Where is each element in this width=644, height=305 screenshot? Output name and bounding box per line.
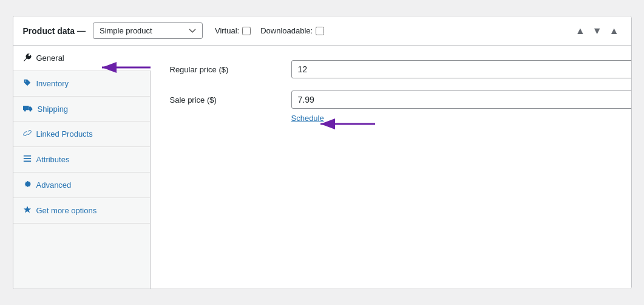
- sidebar-item-attributes-label: Attributes: [36, 155, 70, 164]
- main-content: Regular price ($) Sale price ($) Schedul…: [151, 46, 632, 289]
- arrow-down-button[interactable]: ▼: [590, 25, 605, 37]
- virtual-checkbox[interactable]: [242, 27, 251, 35]
- sidebar-item-get-more-options-label: Get more options: [36, 206, 97, 215]
- sale-price-label: Sale price ($): [170, 95, 291, 105]
- regular-price-row: Regular price ($): [170, 60, 632, 78]
- downloadable-checkbox[interactable]: [316, 27, 324, 35]
- regular-price-label: Regular price ($): [170, 65, 291, 74]
- product-type-select[interactable]: Simple productVariable productGrouped pr…: [93, 22, 203, 39]
- arrow-up-button[interactable]: ▲: [573, 25, 588, 37]
- product-data-title: Product data —: [23, 26, 86, 36]
- link-icon: [23, 129, 32, 139]
- sidebar-item-general[interactable]: General: [13, 46, 150, 71]
- svg-point-1: [24, 109, 25, 111]
- header-arrows: ▲ ▼ ▲: [573, 25, 622, 37]
- arrow-up-alt-button[interactable]: ▲: [607, 25, 622, 37]
- sidebar-item-advanced[interactable]: Advanced: [13, 173, 150, 198]
- product-data-box: Product data — Simple productVariable pr…: [13, 16, 632, 289]
- sidebar: General Inventory Shipping: [13, 46, 151, 289]
- svg-rect-4: [23, 158, 30, 159]
- sidebar-item-shipping-label: Shipping: [38, 105, 69, 114]
- virtual-label[interactable]: Virtual:: [215, 26, 251, 35]
- product-data-header: Product data — Simple productVariable pr…: [13, 16, 631, 46]
- sale-price-row: Sale price ($): [170, 91, 632, 109]
- svg-rect-3: [23, 156, 30, 157]
- header-options: Virtual: Downloadable:: [215, 26, 324, 35]
- star-icon: [23, 205, 32, 216]
- product-data-body: General Inventory Shipping: [13, 46, 631, 289]
- sidebar-item-inventory[interactable]: Inventory: [13, 71, 150, 97]
- sidebar-item-linked-products-label: Linked Products: [36, 129, 93, 139]
- svg-point-2: [29, 109, 31, 111]
- sidebar-item-shipping[interactable]: Shipping: [13, 97, 150, 122]
- sidebar-item-general-label: General: [36, 53, 64, 63]
- sidebar-item-advanced-label: Advanced: [36, 180, 72, 190]
- gear-icon: [23, 180, 32, 190]
- downloadable-label[interactable]: Downloadable:: [260, 26, 324, 35]
- list-icon: [23, 154, 32, 165]
- schedule-link[interactable]: Schedule: [291, 114, 632, 123]
- regular-price-input[interactable]: [291, 60, 632, 78]
- sidebar-item-attributes[interactable]: Attributes: [13, 147, 150, 173]
- sale-price-input[interactable]: [291, 91, 632, 109]
- wrench-icon: [23, 53, 32, 63]
- virtual-label-text: Virtual:: [215, 26, 239, 35]
- sidebar-item-get-more-options[interactable]: Get more options: [13, 198, 150, 224]
- sidebar-item-inventory-label: Inventory: [36, 79, 69, 88]
- svg-rect-5: [23, 161, 30, 162]
- tag-icon: [23, 78, 32, 89]
- svg-rect-0: [23, 106, 29, 110]
- truck-icon: [23, 104, 33, 114]
- downloadable-label-text: Downloadable:: [260, 26, 313, 35]
- sidebar-item-linked-products[interactable]: Linked Products: [13, 122, 150, 147]
